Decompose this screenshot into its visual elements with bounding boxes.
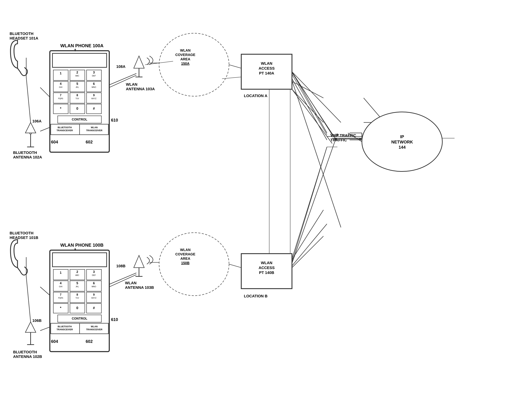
- svg-text:HEADSET 101A: HEADSET 101A: [10, 36, 38, 40]
- svg-text:4: 4: [60, 82, 62, 85]
- svg-text:WLAN: WLAN: [261, 61, 272, 66]
- svg-text:602: 602: [86, 140, 93, 144]
- svg-text:1: 1: [60, 71, 62, 75]
- svg-text:5: 5: [76, 82, 78, 85]
- svg-text:AREA: AREA: [180, 257, 190, 260]
- svg-text:MNO: MNO: [92, 86, 96, 88]
- svg-text:ANTENNA 103A: ANTENNA 103A: [126, 87, 155, 91]
- svg-text:TRANSCEIVER: TRANSCEIVER: [86, 129, 102, 132]
- svg-text:PQRS: PQRS: [58, 98, 63, 100]
- svg-text:TUV: TUV: [76, 98, 79, 100]
- svg-text:COVERAGE: COVERAGE: [175, 252, 195, 256]
- svg-text:ACCESS: ACCESS: [259, 265, 275, 270]
- svg-text:*: *: [60, 107, 61, 110]
- svg-line-78: [26, 77, 31, 122]
- svg-text:108A: 108A: [116, 64, 126, 69]
- diagram-container: 1 2 ABC 3 DEF 4 GHI 5 JKL 6 MNO 7 PQRS 8…: [0, 0, 507, 420]
- svg-text:#: #: [93, 107, 95, 110]
- svg-line-213: [292, 139, 336, 263]
- svg-text:ACCESS: ACCESS: [259, 66, 275, 71]
- svg-text:610: 610: [111, 317, 118, 322]
- svg-text:WLAN: WLAN: [91, 126, 98, 129]
- svg-marker-173: [134, 255, 144, 268]
- svg-text:3: 3: [93, 270, 95, 274]
- svg-text:BLUETOOTH: BLUETOOTH: [58, 126, 72, 129]
- svg-text:WLAN: WLAN: [91, 325, 98, 328]
- svg-text:ABC: ABC: [75, 274, 79, 276]
- svg-line-212: [292, 73, 336, 139]
- svg-text:7: 7: [60, 94, 62, 97]
- svg-text:IP: IP: [400, 134, 404, 139]
- svg-text:CONTROL: CONTROL: [72, 317, 87, 320]
- svg-line-206: [292, 89, 332, 143]
- svg-text:WXYZ: WXYZ: [92, 297, 97, 299]
- svg-text:3: 3: [93, 71, 95, 74]
- svg-text:604: 604: [51, 339, 58, 344]
- svg-text:6: 6: [93, 281, 95, 285]
- svg-text:0: 0: [76, 306, 78, 310]
- svg-text:JKL: JKL: [76, 86, 79, 88]
- svg-text:5: 5: [76, 281, 78, 285]
- svg-marker-80: [134, 56, 144, 68]
- svg-marker-165: [25, 322, 36, 332]
- svg-text:106A: 106A: [32, 119, 42, 123]
- svg-text:7: 7: [60, 293, 62, 296]
- svg-text:2: 2: [76, 71, 78, 74]
- svg-line-171: [26, 276, 31, 322]
- svg-text:TRAFFIC: TRAFFIC: [331, 138, 347, 142]
- svg-text:MNO: MNO: [92, 285, 96, 288]
- svg-text:ANTENNA 102A: ANTENNA 102A: [13, 155, 42, 159]
- svg-text:PT 140A: PT 140A: [259, 71, 274, 75]
- svg-marker-74: [25, 122, 36, 133]
- svg-text:BLUETOOTH: BLUETOOTH: [58, 325, 72, 328]
- svg-text:9: 9: [93, 94, 95, 97]
- svg-text:CONTROL: CONTROL: [72, 118, 87, 121]
- svg-text:AREA: AREA: [180, 57, 190, 61]
- svg-text:ANTENNA 103B: ANTENNA 103B: [125, 285, 154, 290]
- svg-line-196: [292, 79, 327, 140]
- svg-text:WLAN PHONE 100A: WLAN PHONE 100A: [60, 43, 104, 48]
- voip-traffic-label: VoIP TRAFFIC: [331, 133, 356, 138]
- svg-point-87: [159, 33, 229, 96]
- svg-line-98: [229, 65, 241, 68]
- svg-text:*: *: [60, 306, 61, 310]
- svg-text:604: 604: [51, 140, 58, 144]
- svg-text:HEADSET 101B: HEADSET 101B: [10, 235, 38, 240]
- svg-text:GHI: GHI: [59, 86, 63, 88]
- svg-text:8: 8: [77, 293, 78, 296]
- svg-text:LOCATION B: LOCATION B: [244, 294, 268, 298]
- svg-text:106B: 106B: [32, 318, 42, 323]
- svg-text:WLAN: WLAN: [180, 248, 190, 252]
- svg-text:9: 9: [93, 293, 95, 296]
- svg-text:WLAN PHONE 100B: WLAN PHONE 100B: [60, 242, 104, 248]
- svg-text:LOCATION A: LOCATION A: [244, 93, 268, 98]
- svg-line-200: [292, 74, 327, 135]
- svg-text:BLUETOOTH: BLUETOOTH: [13, 150, 37, 155]
- svg-text:DEF: DEF: [92, 274, 96, 276]
- svg-text:GHI: GHI: [59, 285, 63, 288]
- svg-text:PQRS: PQRS: [58, 297, 63, 299]
- svg-text:WLAN: WLAN: [261, 261, 272, 265]
- svg-text:PT 140B: PT 140B: [259, 271, 274, 275]
- svg-line-100: [292, 80, 341, 228]
- svg-text:DEF: DEF: [92, 75, 96, 77]
- svg-text:6: 6: [93, 82, 95, 85]
- svg-text:#: #: [93, 306, 95, 310]
- svg-text:150A: 150A: [181, 62, 190, 65]
- svg-text:WLAN: WLAN: [125, 281, 137, 285]
- svg-text:610: 610: [111, 118, 118, 122]
- svg-text:WLAN: WLAN: [126, 82, 137, 87]
- svg-text:8: 8: [77, 94, 78, 97]
- svg-text:TRANSCEIVER: TRANSCEIVER: [86, 328, 102, 331]
- svg-text:COVERAGE: COVERAGE: [175, 53, 195, 57]
- svg-rect-19: [52, 53, 107, 67]
- svg-text:BLUETOOTH: BLUETOOTH: [10, 31, 33, 36]
- svg-text:WXYZ: WXYZ: [92, 98, 97, 100]
- svg-text:2: 2: [76, 270, 78, 274]
- svg-text:ANTENNA 102B: ANTENNA 102B: [13, 354, 42, 359]
- svg-text:1: 1: [60, 271, 62, 274]
- svg-text:ABC: ABC: [75, 75, 79, 77]
- svg-text:JKL: JKL: [76, 285, 79, 288]
- svg-text:0: 0: [76, 107, 78, 110]
- svg-point-180: [159, 233, 229, 296]
